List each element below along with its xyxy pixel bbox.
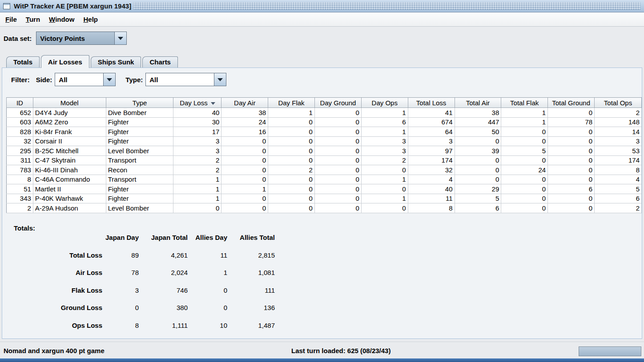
column-header-total-flak[interactable]: Total Flak (501, 98, 548, 108)
table-cell[interactable]: D4Y4 Judy (33, 108, 106, 118)
table-cell[interactable]: 1 (173, 184, 221, 194)
table-cell[interactable]: Fighter (106, 184, 173, 194)
table-cell[interactable]: 174 (408, 155, 455, 165)
table-cell[interactable]: 0 (548, 155, 595, 165)
table-cell[interactable]: 174 (595, 155, 642, 165)
table-cell[interactable]: 0 (548, 127, 595, 137)
table-cell[interactable]: 3 (595, 136, 642, 146)
table-cell[interactable]: 0 (268, 136, 315, 146)
table-cell[interactable]: 50 (455, 127, 501, 137)
table-cell[interactable]: 97 (408, 146, 455, 156)
table-cell[interactable]: 3 (361, 136, 408, 146)
table-cell[interactable]: 11 (408, 194, 455, 203)
table-row[interactable]: 311C-47 SkytrainTransport20002174000174 (7, 155, 642, 165)
table-cell[interactable]: 0 (361, 165, 408, 175)
table-cell[interactable]: 24 (221, 117, 268, 127)
table-cell[interactable]: 53 (595, 146, 642, 156)
table-cell[interactable]: 3 (173, 146, 221, 156)
table-cell[interactable]: C-47 Skytrain (33, 155, 106, 165)
menu-window[interactable]: Window (44, 13, 79, 25)
table-cell[interactable]: Corsair II (33, 136, 106, 146)
table-cell[interactable]: 5 (455, 194, 501, 203)
table-cell[interactable]: 8 (7, 175, 33, 184)
table-cell[interactable]: 6 (361, 117, 408, 127)
table-cell[interactable]: 32 (7, 136, 33, 146)
tab-totals[interactable]: Totals (6, 56, 40, 68)
table-cell[interactable]: 0 (501, 155, 548, 165)
column-header-total-ops[interactable]: Total Ops (595, 98, 642, 108)
table-cell[interactable]: 295 (7, 146, 33, 156)
column-header-day-flak[interactable]: Day Flak (268, 98, 315, 108)
table-cell[interactable]: 0 (501, 127, 548, 137)
table-cell[interactable]: 6 (455, 203, 501, 213)
table-cell[interactable]: 0 (314, 194, 361, 203)
table-cell[interactable]: 1 (501, 108, 548, 118)
table-cell[interactable]: 17 (173, 127, 221, 137)
table-cell[interactable]: 39 (455, 146, 501, 156)
tab-air-losses[interactable]: Air Losses (41, 55, 89, 68)
table-cell[interactable]: 783 (7, 165, 33, 175)
table-cell[interactable]: 32 (408, 165, 455, 175)
table-cell[interactable]: 603 (7, 117, 33, 127)
table-cell[interactable]: 0 (268, 146, 315, 156)
table-cell[interactable]: 29 (455, 184, 501, 194)
table-cell[interactable]: 1 (361, 127, 408, 137)
table-cell[interactable]: Ki-46-III Dinah (33, 165, 106, 175)
table-cell[interactable]: 0 (455, 136, 501, 146)
dataset-combo-arrow-button[interactable] (114, 32, 126, 44)
table-cell[interactable]: 0 (268, 117, 315, 127)
column-header-total-loss[interactable]: Total Loss (408, 98, 455, 108)
table-cell[interactable]: 0 (548, 136, 595, 146)
table-row[interactable]: 51Martlet IIFighter110004029065 (7, 184, 642, 194)
table-cell[interactable]: 0 (314, 184, 361, 194)
table-cell[interactable]: 343 (7, 194, 33, 203)
side-filter-combo[interactable]: All (55, 73, 116, 86)
table-row[interactable]: 32Corsair IIFighter3000330003 (7, 136, 642, 146)
table-cell[interactable]: 41 (408, 108, 455, 118)
table-cell[interactable]: 1 (173, 175, 221, 184)
column-header-day-loss[interactable]: Day Loss (173, 98, 221, 108)
table-cell[interactable]: 6 (595, 194, 642, 203)
table-cell[interactable]: 5 (595, 184, 642, 194)
column-header-model[interactable]: Model (33, 98, 106, 108)
menu-turn[interactable]: Turn (21, 13, 44, 25)
tab-ships-sunk[interactable]: Ships Sunk (91, 56, 141, 68)
table-cell[interactable]: 674 (408, 117, 455, 127)
column-header-day-ops[interactable]: Day Ops (361, 98, 408, 108)
table-cell[interactable]: 5 (501, 146, 548, 156)
table-cell[interactable]: 40 (408, 184, 455, 194)
table-cell[interactable]: 0 (314, 117, 361, 127)
table-cell[interactable]: 0 (221, 165, 268, 175)
table-cell[interactable]: 0 (548, 108, 595, 118)
column-header-type[interactable]: Type (106, 98, 173, 108)
table-cell[interactable]: 1 (361, 108, 408, 118)
table-cell[interactable]: 0 (501, 175, 548, 184)
table-cell[interactable]: 0 (314, 146, 361, 156)
table-row[interactable]: 783Ki-46-III DinahRecon202003202408 (7, 165, 642, 175)
side-filter-arrow-button[interactable] (103, 73, 115, 86)
table-cell[interactable]: 2 (173, 165, 221, 175)
table-cell[interactable]: 0 (548, 194, 595, 203)
table-cell[interactable]: 0 (268, 184, 315, 194)
table-cell[interactable]: 2 (268, 165, 315, 175)
table-cell[interactable]: 0 (268, 155, 315, 165)
table-cell[interactable]: 64 (408, 127, 455, 137)
table-cell[interactable]: 24 (501, 165, 548, 175)
table-cell[interactable]: 40 (173, 108, 221, 118)
table-cell[interactable]: 0 (548, 175, 595, 184)
table-cell[interactable]: Fighter (106, 194, 173, 203)
table-cell[interactable]: Recon (106, 165, 173, 175)
table-cell[interactable]: 0 (221, 194, 268, 203)
table-cell[interactable]: Fighter (106, 127, 173, 137)
table-cell[interactable]: 0 (268, 175, 315, 184)
table-cell[interactable]: 0 (221, 146, 268, 156)
table-cell[interactable]: B-25C Mitchell (33, 146, 106, 156)
table-cell[interactable]: 0 (221, 155, 268, 165)
table-cell[interactable]: 16 (221, 127, 268, 137)
table-cell[interactable]: 0 (501, 203, 548, 213)
table-cell[interactable]: 3 (361, 146, 408, 156)
table-cell[interactable]: 0 (501, 184, 548, 194)
table-cell[interactable]: 1 (173, 194, 221, 203)
table-cell[interactable]: 0 (221, 136, 268, 146)
table-cell[interactable]: 2 (361, 155, 408, 165)
